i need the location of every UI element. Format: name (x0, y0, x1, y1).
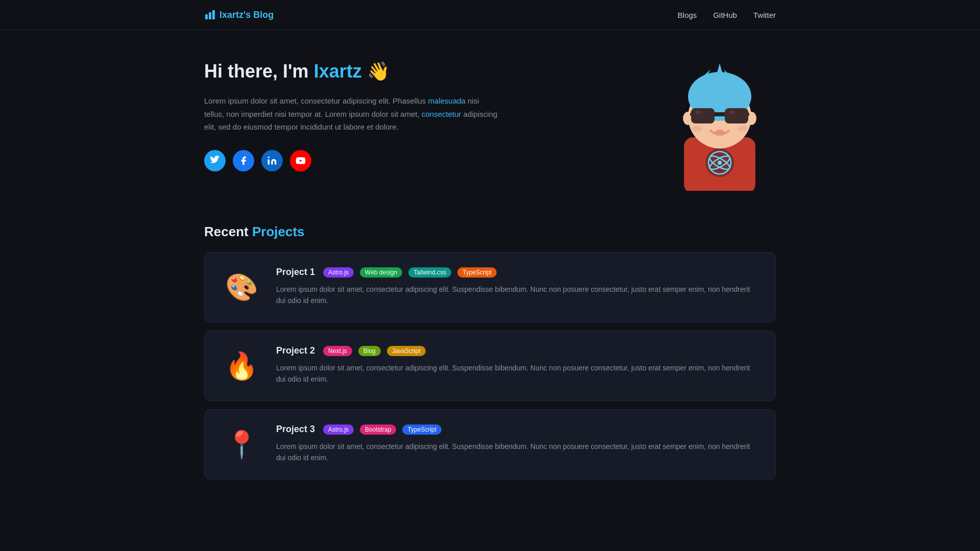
project-card-3[interactable]: 📍 Project 3 Astro.js Bootstrap TypeScrip… (204, 409, 776, 480)
tag-astrojs-1: Astro.js (323, 267, 354, 278)
project-1-info: Project 1 Astro.js Web design Tailwind.c… (276, 267, 759, 307)
twitter-icon[interactable] (204, 150, 226, 171)
hero-bio: Lorem ipsum dolor sit amet, consectetur … (204, 94, 500, 134)
facebook-icon[interactable] (233, 150, 254, 171)
project-3-desc: Lorem ipsum dolor sit amet, consectetur … (276, 441, 759, 464)
tag-webdesign-1: Web design (360, 267, 402, 278)
project-2-desc: Lorem ipsum dolor sit amet, consectetur … (276, 362, 759, 385)
bio-link-consectetur[interactable]: consectetur (422, 110, 461, 118)
svg-point-26 (738, 126, 748, 132)
section-title: Recent Projects (204, 224, 776, 240)
navbar: Ixartz's Blog Blogs GitHub Twitter (0, 0, 980, 30)
project-3-header: Project 3 Astro.js Bootstrap TypeScript (276, 424, 759, 435)
svg-point-22 (695, 110, 701, 114)
project-1-icon: 🎨 (221, 267, 262, 308)
hero-title: Hi there, I'm Ixartz 👋 (204, 61, 500, 82)
svg-point-23 (729, 110, 735, 114)
tag-typescript-1: TypeScript (457, 267, 497, 278)
tag-javascript-2: JavaScript (387, 346, 426, 356)
project-1-name: Project 1 (276, 267, 315, 278)
project-card-2[interactable]: 🔥 Project 2 Next.js Blog JavaScript Lore… (204, 331, 776, 401)
nav-blogs[interactable]: Blogs (678, 11, 697, 19)
svg-rect-20 (691, 108, 715, 123)
tag-typescript-3: TypeScript (402, 424, 442, 435)
social-icons (204, 150, 500, 171)
project-card-1[interactable]: 🎨 Project 1 Astro.js Web design Tailwind… (204, 252, 776, 322)
project-1-header: Project 1 Astro.js Web design Tailwind.c… (276, 267, 759, 278)
section-title-accent: Projects (252, 224, 305, 239)
hero-content: Hi there, I'm Ixartz 👋 Lorem ipsum dolor… (204, 61, 500, 171)
project-3-info: Project 3 Astro.js Bootstrap TypeScript … (276, 424, 759, 464)
hero-name: Ixartz (314, 61, 362, 82)
svg-point-10 (718, 161, 722, 165)
youtube-icon[interactable] (290, 150, 311, 171)
svg-point-25 (692, 126, 702, 132)
bio-link-malesuada[interactable]: malesuada (428, 96, 465, 105)
tag-nextjs-2: Next.js (323, 346, 352, 356)
project-2-name: Project 2 (276, 345, 315, 356)
hero-wave: 👋 (367, 61, 390, 82)
svg-rect-0 (205, 14, 208, 19)
project-3-name: Project 3 (276, 424, 315, 435)
tag-tailwind-1: Tailwind.css (408, 267, 451, 278)
project-1-desc: Lorem ipsum dolor sit amet, consectetur … (276, 284, 759, 307)
svg-marker-14 (717, 63, 722, 72)
logo-icon (204, 9, 215, 20)
nav-twitter[interactable]: Twitter (753, 11, 776, 19)
project-3-icon: 📍 (221, 424, 262, 465)
tag-bootstrap-3: Bootstrap (360, 424, 396, 435)
linkedin-icon[interactable] (261, 150, 283, 171)
logo-link[interactable]: Ixartz's Blog (204, 9, 274, 20)
projects-section: Recent Projects 🎨 Project 1 Astro.js Web… (0, 214, 980, 518)
svg-rect-1 (209, 12, 211, 19)
hero-avatar (664, 61, 776, 193)
hero-section: Hi there, I'm Ixartz 👋 Lorem ipsum dolor… (0, 30, 980, 214)
nav-github[interactable]: GitHub (713, 11, 737, 19)
project-2-icon: 🔥 (221, 345, 262, 386)
project-2-header: Project 2 Next.js Blog JavaScript (276, 345, 759, 356)
project-2-info: Project 2 Next.js Blog JavaScript Lorem … (276, 345, 759, 385)
svg-rect-2 (212, 10, 215, 19)
nav-links: Blogs GitHub Twitter (678, 11, 776, 19)
tag-blog-2: Blog (358, 346, 381, 356)
svg-rect-21 (725, 108, 748, 123)
bio-text-1: Lorem ipsum dolor sit amet, consectetur … (204, 96, 426, 105)
hero-greeting: Hi there, I'm (204, 61, 314, 82)
logo-text: Ixartz's Blog (219, 10, 274, 20)
tag-astrojs-3: Astro.js (323, 424, 354, 435)
section-title-prefix: Recent (204, 224, 252, 239)
svg-point-3 (268, 156, 270, 158)
svg-point-24 (715, 130, 725, 136)
